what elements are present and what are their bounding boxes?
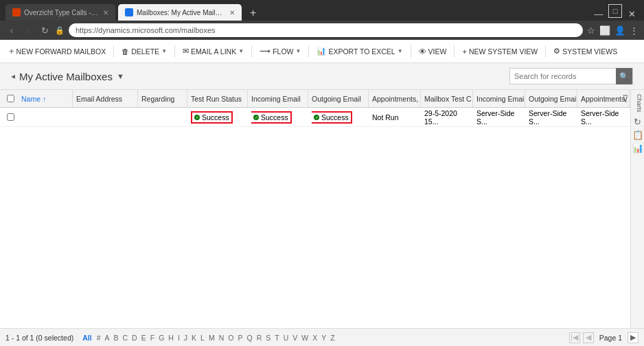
browser-close[interactable]: ✕ <box>625 7 639 21</box>
close-icon-mailbox[interactable]: ✕ <box>229 9 235 16</box>
pager-link-k[interactable]: K <box>190 334 198 342</box>
pager-link-d[interactable]: D <box>130 334 139 342</box>
pager-link-x[interactable]: X <box>311 334 319 342</box>
pager-prev-first[interactable]: |◀ <box>569 332 580 343</box>
new-forward-mailbox-button[interactable]: + NEW FORWARD MAILBOX <box>4 44 111 58</box>
address-bar-row: ‹ › ↻ 🔒 https://dynamics.microsoft.com/m… <box>0 21 644 40</box>
view-button[interactable]: 👁 VIEW <box>414 45 452 58</box>
cell-incoming2: Server-Side S... <box>473 108 525 126</box>
tab-favicon-crm <box>12 8 21 16</box>
flow-dropdown-arrow[interactable]: ▼ <box>295 48 301 54</box>
excel-dropdown-arrow[interactable]: ▼ <box>398 48 403 54</box>
header-name[interactable]: Name ↑ <box>18 90 73 107</box>
sidebar-list-icon[interactable]: 📋 <box>632 130 643 140</box>
extension-icon[interactable]: ⬜ <box>599 25 610 36</box>
search-box[interactable]: 🔍 <box>509 68 633 84</box>
address-input[interactable]: https://dynamics.microsoft.com/mailboxes <box>69 23 583 37</box>
row-checkbox[interactable] <box>0 113 18 121</box>
pager-link-p[interactable]: P <box>236 334 244 342</box>
pager-prev[interactable]: ◀ <box>583 332 594 343</box>
testrun-highlight: ✓ Success <box>191 111 233 124</box>
menu-icon[interactable]: ⋮ <box>630 25 639 36</box>
pager-link-e[interactable]: E <box>140 334 148 342</box>
pager-link-t[interactable]: T <box>273 334 280 342</box>
plus-icon: + <box>9 46 14 56</box>
close-icon-crm[interactable]: ✕ <box>103 9 108 16</box>
tab-crm[interactable]: Overzicht Type Calls - Dynamics... ✕ <box>5 4 115 21</box>
pager-link-i[interactable]: I <box>176 334 181 342</box>
new-tab-button[interactable]: + <box>244 5 262 21</box>
system-views-button[interactable]: ⚙ SYSTEM VIEWS <box>549 45 622 58</box>
pager-links: All # A B C D E F G H I J K L M N O P Q … <box>80 334 569 342</box>
tab-label-mailbox: Mailboxes: My Active Mailboxes:... <box>137 9 225 16</box>
incoming1-highlight: ✓ Success <box>251 111 292 124</box>
view-icon: 👁 <box>419 47 426 56</box>
toolbar-separator-3 <box>251 45 252 58</box>
back-button[interactable]: ‹ <box>5 25 18 36</box>
pager-link-q[interactable]: Q <box>245 334 253 342</box>
pager-link-s[interactable]: S <box>264 334 272 342</box>
cell-regarding <box>138 108 187 126</box>
pager-link-v[interactable]: V <box>291 334 299 342</box>
flow-button[interactable]: ⟿ FLOW ▼ <box>255 45 306 58</box>
pager-link-hash[interactable]: # <box>95 334 102 342</box>
delete-dropdown-arrow[interactable]: ▼ <box>161 48 167 54</box>
header-outgoing1[interactable]: Outgoing Email <box>308 90 369 107</box>
select-all-checkbox[interactable] <box>7 95 14 102</box>
view-title-dropdown[interactable]: ▼ <box>117 72 124 80</box>
header-incoming2[interactable]: Incoming Email <box>473 90 525 107</box>
pager-link-w[interactable]: W <box>300 334 310 342</box>
cell-outgoing1: ✓ Success <box>308 108 369 126</box>
email-dropdown-arrow[interactable]: ▼ <box>238 48 244 54</box>
header-mailboxtest[interactable]: Mailbox Test C... <box>421 90 473 107</box>
header-appt1[interactable]: Appointments, <box>369 90 421 107</box>
pager-next[interactable]: ▶ <box>628 332 639 343</box>
filter-icon[interactable]: ⊽ <box>622 93 629 104</box>
header-outgoing2[interactable]: Outgoing Email <box>525 90 577 107</box>
export-excel-button[interactable]: 📊 EXPORT TO EXCEL ▼ <box>312 45 407 58</box>
pager-link-m[interactable]: M <box>207 334 216 342</box>
search-input[interactable] <box>510 69 616 84</box>
search-button[interactable]: 🔍 <box>616 68 632 84</box>
header-incoming1[interactable]: Incoming Email <box>248 90 308 107</box>
reload-button[interactable]: ↻ <box>38 25 51 36</box>
header-regarding[interactable]: Regarding <box>138 90 187 107</box>
table-row[interactable]: ✓ Success ✓ Success ✓ Success Not <box>0 108 644 127</box>
pager-link-r[interactable]: R <box>255 334 264 342</box>
pager-link-o[interactable]: O <box>227 334 235 342</box>
row-select-checkbox[interactable] <box>7 113 14 121</box>
sidebar-chart-icon[interactable]: 📊 <box>632 143 643 153</box>
pager-link-u[interactable]: U <box>282 334 290 342</box>
pager-link-c[interactable]: C <box>122 334 130 342</box>
pager-link-f[interactable]: F <box>149 334 156 342</box>
browser-minimize[interactable]: — <box>592 7 606 21</box>
header-testrun[interactable]: Test Run Status <box>187 90 248 107</box>
pager-link-n[interactable]: N <box>218 334 226 342</box>
pager-link-l[interactable]: L <box>199 334 206 342</box>
view-title-icon: ◂ <box>11 71 15 81</box>
header-checkbox-col[interactable] <box>0 95 18 102</box>
delete-button[interactable]: 🗑 DELETE ▼ <box>117 45 172 58</box>
pager-link-z[interactable]: Z <box>329 334 336 342</box>
cell-incoming1: ✓ Success <box>248 108 308 126</box>
tab-mailbox[interactable]: Mailboxes: My Active Mailboxes:... ✕ <box>118 4 242 21</box>
sidebar-refresh-icon[interactable]: ↻ <box>632 117 643 127</box>
pager-link-h[interactable]: H <box>167 334 175 342</box>
new-system-view-button[interactable]: + NEW SYSTEM VIEW <box>457 45 542 58</box>
pager-link-g[interactable]: G <box>157 334 165 342</box>
email-link-button[interactable]: ✉ EMAIL A LINK ▼ <box>178 45 249 58</box>
profile-icon[interactable]: 👤 <box>614 25 625 36</box>
email-icon: ✉ <box>183 47 189 56</box>
pager-link-all[interactable]: All <box>80 334 93 342</box>
pager-link-j[interactable]: J <box>183 334 189 342</box>
sidebar-charts-icon[interactable]: Charts <box>632 93 643 114</box>
pager-link-y[interactable]: Y <box>320 334 327 342</box>
forward-button[interactable]: › <box>22 25 34 36</box>
pager-link-b[interactable]: B <box>113 334 120 342</box>
header-email[interactable]: Email Address <box>73 90 138 107</box>
star-icon[interactable]: ☆ <box>587 25 595 36</box>
success-dot-incoming1: ✓ <box>253 115 259 120</box>
cell-appt1: Not Run <box>369 108 421 126</box>
pager-link-a[interactable]: A <box>103 334 111 342</box>
browser-maximize[interactable]: □ <box>608 4 622 18</box>
